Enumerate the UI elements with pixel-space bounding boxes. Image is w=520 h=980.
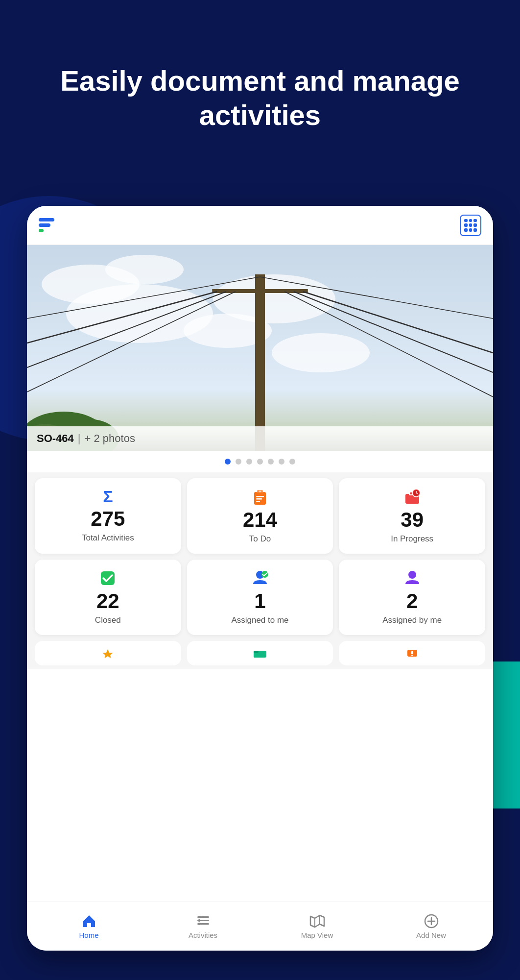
nav-activities[interactable]: Activities [146,913,260,939]
svg-point-42 [198,923,200,925]
dot-3[interactable] [246,459,252,465]
photo-count: + 2 photos [85,432,135,445]
dot-4[interactable] [257,459,263,465]
nav-activities-label: Activities [189,931,217,939]
phone-mockup: SO-464 | + 2 photos Σ 275 Total Activiti… [27,206,493,951]
svg-line-5 [303,292,493,353]
svg-rect-0 [255,274,265,451]
nav-map-view[interactable]: Map View [260,913,374,939]
stat-assigned-by-me[interactable]: 2 Assigned by me [339,560,485,635]
svg-rect-36 [411,655,413,656]
svg-point-19 [259,490,261,492]
stat-assigned-to-me[interactable]: 1 Assigned to me [187,560,333,635]
photo-id: SO-464 [37,432,74,445]
svg-rect-32 [254,652,260,658]
photo-sep: | [78,432,81,445]
svg-rect-1 [212,289,307,293]
svg-line-4 [27,292,236,392]
svg-rect-16 [256,496,264,497]
svg-rect-33 [254,651,259,653]
star-icon [101,649,115,658]
logo-bar-3 [39,229,44,232]
clipboard-icon [251,488,269,506]
svg-rect-18 [256,501,260,502]
total-activities-number: 275 [91,509,125,529]
in-progress-icon [403,488,421,506]
in-progress-label: In Progress [391,534,433,544]
partial-card-2 [187,641,333,665]
svg-line-9 [27,277,260,318]
nav-add-new[interactable]: Add New [374,913,488,939]
svg-line-3 [27,292,226,368]
assigned-by-me-icon [403,569,421,587]
stat-closed[interactable]: 22 Closed [35,560,181,635]
in-progress-number: 39 [401,510,424,530]
nav-map-label: Map View [301,931,333,939]
dot-2[interactable] [236,459,241,465]
dot-6[interactable] [279,459,284,465]
svg-line-6 [294,292,493,372]
map-icon [309,913,325,929]
closed-label: Closed [95,615,121,625]
svg-rect-17 [256,498,262,500]
dot-5[interactable] [268,459,274,465]
nav-home-label: Home [79,931,98,939]
partial-card-3 [339,641,485,665]
svg-point-41 [198,919,200,922]
photo-area: SO-464 | + 2 photos [27,245,493,451]
wires-svg [27,245,493,451]
phone-header [27,206,493,245]
assigned-by-me-label: Assigned by me [382,615,442,625]
assigned-to-me-icon [251,569,269,587]
assigned-to-me-label: Assigned to me [231,615,288,625]
total-activities-label: Total Activities [82,533,134,543]
svg-point-40 [198,916,200,918]
alert-icon [405,649,419,658]
nav-home[interactable]: Home [32,913,146,939]
logo-bar-1 [39,218,54,221]
assigned-by-me-number: 2 [406,591,418,612]
partial-card-1 [35,641,181,665]
activities-icon [195,913,211,929]
dot-1[interactable] [225,459,231,465]
svg-line-7 [284,292,493,397]
photo-caption: SO-464 | + 2 photos [27,426,493,451]
svg-line-2 [27,292,217,343]
add-new-icon [424,913,439,929]
svg-line-8 [260,277,493,318]
stat-total-activities[interactable]: Σ 275 Total Activities [35,478,181,554]
nav-add-new-label: Add New [416,931,446,939]
stats-grid: Σ 275 Total Activities 214 To Do [27,472,493,641]
assigned-to-me-number: 1 [254,591,265,612]
stat-in-progress[interactable]: 39 In Progress [339,478,485,554]
hero-text: Easily document and manage activities [0,64,520,132]
partial-cards-row [27,641,493,669]
to-do-number: 214 [243,510,277,530]
to-do-label: To Do [249,534,271,544]
logo-bar-2 [39,223,50,227]
grid-menu-icon[interactable] [460,215,481,236]
svg-rect-35 [411,651,413,654]
closed-number: 22 [96,591,119,612]
folder-icon [253,649,267,658]
app-logo [39,218,54,232]
carousel-dots [27,451,493,472]
closed-icon [99,569,117,587]
bottom-nav: Home Activities Map View [27,902,493,951]
svg-point-29 [408,571,416,579]
svg-marker-30 [102,649,113,658]
dot-7[interactable] [289,459,295,465]
home-icon [81,913,97,929]
sigma-icon: Σ [103,488,113,505]
stat-to-do[interactable]: 214 To Do [187,478,333,554]
